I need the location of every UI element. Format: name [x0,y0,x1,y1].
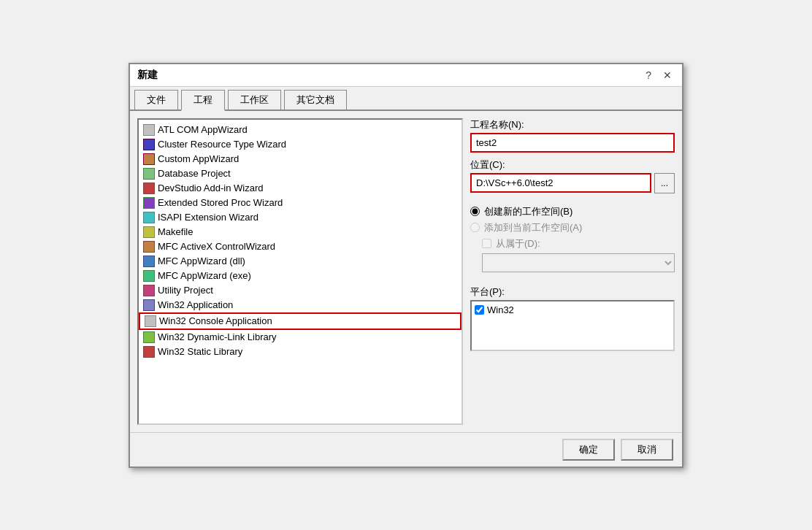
icon-atl [143,124,155,136]
create-workspace-label: 创建新的工作空间(B) [484,205,572,218]
list-item-label: Makefile [158,226,193,237]
cancel-button[interactable]: 取消 [621,439,673,461]
location-row: ... [470,173,675,193]
list-item[interactable]: ISAPI Extension Wizard [139,210,461,225]
list-item[interactable]: Win32 Static Library [139,345,461,359]
list-item-label: Custom AppWizard [158,153,239,164]
icon-win32console [145,315,156,327]
icon-cluster [143,139,155,150]
create-workspace-radio[interactable] [470,207,480,216]
close-button[interactable]: ✕ [660,69,675,81]
tab-工程[interactable]: 工程 [181,90,225,111]
list-item[interactable]: MFC ActiveX ControlWizard [139,239,461,254]
icon-mfcdll [143,256,155,267]
tab-bar: 文件工程工作区其它文档 [130,87,682,111]
dependent-label: 从属于(D): [496,237,540,250]
list-item-label: Win32 Static Library [158,346,242,357]
add-workspace-option: 添加到当前工作空间(A) [470,221,675,234]
dialog-footer: 确定 取消 [130,432,682,466]
title-bar: 新建 ? ✕ [130,64,682,87]
icon-extended [143,197,155,209]
icon-custom [143,153,155,165]
list-item-label: Cluster Resource Type Wizard [158,139,286,150]
workspace-options: 创建新的工作空间(B) 添加到当前工作空间(A) 从属于(D): [470,205,675,272]
tab-文件[interactable]: 文件 [134,90,178,110]
create-workspace-option: 创建新的工作空间(B) [470,205,675,218]
list-item[interactable]: Cluster Resource Type Wizard [139,137,461,152]
icon-makefile [143,226,155,238]
list-item[interactable]: MFC AppWizard (exe) [139,269,461,283]
icon-mfcax [143,241,155,253]
list-item-label: Extended Stored Proc Wizard [158,197,283,208]
tab-其它文档[interactable]: 其它文档 [284,90,347,110]
icon-mfcexe [143,270,155,282]
new-dialog: 新建 ? ✕ 文件工程工作区其它文档 ATL COM AppWizardClus… [129,63,683,468]
list-item-label: DevStudio Add-in Wizard [158,183,264,193]
list-item-label: MFC AppWizard (dll) [158,256,245,266]
list-item-label: Utility Project [158,285,213,296]
list-item[interactable]: Database Project [139,166,461,181]
icon-isapi [143,212,155,223]
ok-button[interactable]: 确定 [562,439,615,461]
icon-win32app [143,299,155,311]
icon-utility [143,285,155,296]
list-item[interactable]: Win32 Dynamic-Link Library [139,330,461,345]
dialog-body: ATL COM AppWizardCluster Resource Type W… [130,111,682,432]
list-item-label: ATL COM AppWizard [158,124,248,135]
location-section: 位置(C): ... [470,158,675,193]
list-item[interactable]: Makefile [139,225,461,239]
list-item[interactable]: Utility Project [139,283,461,298]
list-item-label: ISAPI Extension Wizard [158,212,258,223]
project-name-input[interactable] [470,133,675,153]
title-bar-controls: ? ✕ [643,69,675,81]
list-item[interactable]: MFC AppWizard (dll) [139,254,461,269]
right-panel: 工程名称(N): 位置(C): ... 创建新的工作空间(B) 添加到当前工作空… [470,118,675,425]
list-item-label: MFC AppWizard (exe) [158,270,251,281]
platform-section: 平台(P): Win32 [470,285,675,351]
project-list[interactable]: ATL COM AppWizardCluster Resource Type W… [137,118,463,425]
dependent-option: 从属于(D): [482,237,675,250]
project-name-section: 工程名称(N): [470,118,675,153]
platform-win32-checkbox[interactable] [475,305,484,315]
list-item-label: MFC ActiveX ControlWizard [158,241,275,252]
add-workspace-label: 添加到当前工作空间(A) [484,221,582,234]
list-item[interactable]: Custom AppWizard [139,152,461,166]
list-item-label: Win32 Application [158,299,233,310]
icon-devstudio [143,183,155,194]
list-item[interactable]: Win32 Console Application [139,312,461,330]
list-item-label: Win32 Dynamic-Link Library [158,331,277,342]
platform-label: 平台(P): [470,285,675,299]
platform-listbox[interactable]: Win32 [470,300,675,351]
list-item-label: Win32 Console Application [159,315,272,326]
add-workspace-radio[interactable] [470,223,480,232]
list-item[interactable]: Extended Stored Proc Wizard [139,196,461,210]
platform-item: Win32 [475,304,670,315]
location-input[interactable] [470,173,651,193]
icon-win32dll [143,331,155,343]
dialog-title: 新建 [137,69,158,82]
dependent-select[interactable] [482,253,675,272]
icon-database [143,168,155,180]
platform-win32-label: Win32 [487,304,514,315]
project-name-label: 工程名称(N): [470,118,675,131]
location-label: 位置(C): [470,158,675,172]
icon-win32static [143,346,155,358]
list-item[interactable]: Win32 Application [139,298,461,312]
list-item-label: Database Project [158,168,231,179]
dependent-checkbox[interactable] [482,239,491,248]
list-item[interactable]: DevStudio Add-in Wizard [139,181,461,196]
help-button[interactable]: ? [643,69,654,81]
list-item[interactable]: ATL COM AppWizard [139,123,461,137]
browse-button[interactable]: ... [654,173,675,193]
tab-工作区[interactable]: 工作区 [228,90,281,110]
